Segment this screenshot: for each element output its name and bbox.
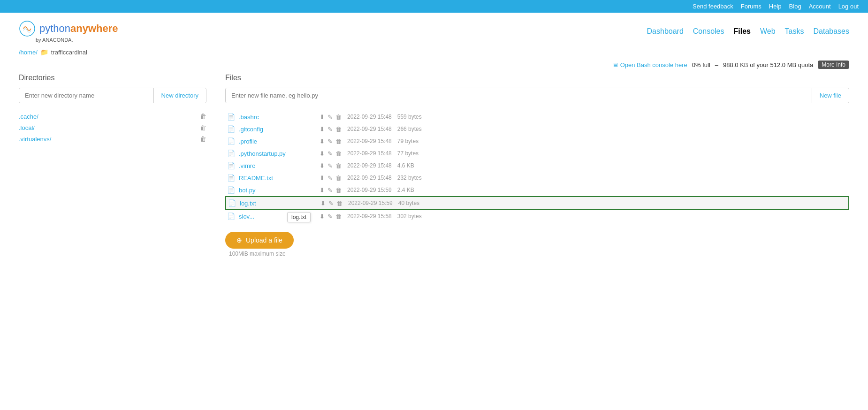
- logo-row: pythonanywhere: [19, 20, 118, 37]
- new-file-form: New file: [225, 88, 849, 103]
- logout-link[interactable]: Log out: [838, 3, 859, 10]
- edit-icon[interactable]: ✎: [327, 126, 333, 133]
- delete-cache-icon[interactable]: 🗑: [200, 113, 206, 120]
- file-actions: ⬇ ✎ 🗑: [320, 175, 342, 182]
- table-row: 📄 slov... ⬇ ✎ 🗑 2022-09-29 15:58 302 byt…: [225, 210, 849, 222]
- edit-icon[interactable]: ✎: [328, 200, 334, 207]
- delete-virtualenvs-icon[interactable]: 🗑: [200, 135, 206, 143]
- download-icon[interactable]: ⬇: [320, 138, 325, 145]
- file-date: 2022-09-29 15:48: [347, 175, 392, 181]
- upload-file-button[interactable]: ⊕ Upload a file: [225, 232, 294, 249]
- file-actions: ⬇ ✎ 🗑: [320, 150, 342, 157]
- delete-icon[interactable]: 🗑: [335, 187, 342, 194]
- directory-virtualenvs-link[interactable]: .virtualenvs/: [19, 136, 51, 143]
- upload-icon: ⊕: [236, 236, 242, 244]
- quota-usage: 0% full: [692, 61, 710, 68]
- help-link[interactable]: Help: [769, 3, 782, 10]
- quota-detail: 988.0 KB of your 512.0 MB quota: [723, 61, 813, 68]
- file-logtxt-link[interactable]: log.txt: [240, 200, 315, 207]
- file-date: 2022-09-29 15:59: [348, 200, 393, 206]
- file-actions: ⬇ ✎ 🗑: [320, 200, 343, 207]
- open-bash-console-link[interactable]: 🖥 Open Bash console here: [612, 61, 687, 68]
- table-row: 📄 .vimrc ⬇ ✎ 🗑 2022-09-29 15:48 4.6 KB: [225, 159, 849, 172]
- directory-list: .cache/ 🗑 .local/ 🗑 .virtualenvs/ 🗑: [19, 111, 206, 144]
- new-file-button[interactable]: New file: [812, 88, 849, 103]
- download-icon[interactable]: ⬇: [320, 187, 325, 194]
- table-row: 📄 log.txt ⬇ ✎ 🗑 2022-09-29 15:59 40 byte…: [225, 196, 849, 210]
- nav-dashboard[interactable]: Dashboard: [647, 27, 684, 36]
- table-row: 📄 .gitconfig ⬇ ✎ 🗑 2022-09-29 15:48 266 …: [225, 123, 849, 135]
- nav-web[interactable]: Web: [760, 27, 776, 36]
- edit-icon[interactable]: ✎: [327, 187, 333, 194]
- nav-databases[interactable]: Databases: [814, 27, 850, 36]
- files-title: Files: [225, 74, 849, 82]
- delete-icon[interactable]: 🗑: [335, 213, 342, 220]
- file-icon: 📄: [227, 186, 235, 194]
- delete-icon[interactable]: 🗑: [335, 126, 342, 133]
- quota-bar: 🖥 Open Bash console here 0% full – 988.0…: [0, 60, 868, 74]
- file-readme-link[interactable]: README.txt: [239, 175, 314, 182]
- breadcrumb-home-link[interactable]: /home/: [19, 49, 38, 56]
- download-icon[interactable]: ⬇: [320, 114, 325, 121]
- upload-label: Upload a file: [246, 236, 282, 244]
- delete-icon[interactable]: 🗑: [335, 150, 342, 157]
- edit-icon[interactable]: ✎: [327, 114, 333, 121]
- forums-link[interactable]: Forums: [741, 3, 761, 10]
- folder-icon: 📁: [40, 48, 48, 56]
- download-icon[interactable]: ⬇: [320, 162, 325, 169]
- new-file-input[interactable]: [226, 88, 812, 103]
- delete-icon[interactable]: 🗑: [335, 175, 342, 182]
- delete-icon[interactable]: 🗑: [335, 138, 342, 145]
- file-icon: 📄: [227, 213, 235, 220]
- file-pythonstartup-link[interactable]: .pythonstartup.py: [239, 150, 314, 157]
- nav-tasks[interactable]: Tasks: [785, 27, 804, 36]
- file-bashrc-link[interactable]: .bashrc: [239, 114, 314, 121]
- directory-local-link[interactable]: .local/: [19, 124, 35, 131]
- download-icon[interactable]: ⬇: [320, 175, 325, 182]
- new-directory-input[interactable]: [19, 88, 153, 103]
- delete-icon[interactable]: 🗑: [336, 200, 343, 207]
- file-icon: 📄: [227, 125, 235, 133]
- file-profile-link[interactable]: .profile: [239, 138, 314, 145]
- files-panel: Files New file 📄 .bashrc ⬇ ✎ 🗑 2022-09-2…: [225, 74, 849, 257]
- edit-icon[interactable]: ✎: [327, 213, 333, 220]
- new-directory-form: New directory: [19, 88, 206, 103]
- directory-cache-link[interactable]: .cache/: [19, 113, 38, 120]
- download-icon[interactable]: ⬇: [320, 200, 326, 207]
- logo-text: pythonanywhere: [39, 23, 118, 35]
- new-directory-button[interactable]: New directory: [153, 88, 206, 103]
- file-gitconfig-link[interactable]: .gitconfig: [239, 126, 314, 133]
- file-size: 559 bytes: [397, 114, 422, 120]
- account-link[interactable]: Account: [809, 3, 831, 10]
- nav-consoles[interactable]: Consoles: [693, 27, 724, 36]
- file-date: 2022-09-29 15:48: [347, 150, 392, 157]
- logo-anywhere: anywhere: [70, 23, 118, 34]
- file-botpy-link[interactable]: bot.py: [239, 187, 314, 194]
- delete-icon[interactable]: 🗑: [335, 114, 342, 121]
- blog-link[interactable]: Blog: [789, 3, 801, 10]
- directories-title: Directories: [19, 74, 206, 82]
- file-icon: 📄: [227, 137, 235, 145]
- download-icon[interactable]: ⬇: [320, 150, 325, 157]
- edit-icon[interactable]: ✎: [327, 150, 333, 157]
- main-content: Directories New directory .cache/ 🗑 .loc…: [0, 74, 868, 257]
- download-icon[interactable]: ⬇: [320, 213, 325, 220]
- edit-icon[interactable]: ✎: [327, 175, 333, 182]
- bash-console-label: Open Bash console here: [620, 61, 687, 68]
- file-icon: 📄: [227, 150, 235, 157]
- edit-icon[interactable]: ✎: [327, 162, 333, 169]
- file-size: 79 bytes: [397, 138, 419, 144]
- quota-separator: –: [715, 61, 718, 68]
- send-feedback-link[interactable]: Send feedback: [693, 3, 733, 10]
- nav-files[interactable]: Files: [734, 27, 751, 36]
- edit-icon[interactable]: ✎: [327, 138, 333, 145]
- table-row: 📄 README.txt ⬇ ✎ 🗑 2022-09-29 15:48 232 …: [225, 172, 849, 184]
- delete-local-icon[interactable]: 🗑: [200, 124, 206, 131]
- logo-anaconda: by ANACONDA.: [36, 37, 118, 43]
- file-actions: ⬇ ✎ 🗑: [320, 138, 342, 145]
- download-icon[interactable]: ⬇: [320, 126, 325, 133]
- delete-icon[interactable]: 🗑: [335, 162, 342, 169]
- file-list: 📄 .bashrc ⬇ ✎ 🗑 2022-09-29 15:48 559 byt…: [225, 111, 849, 222]
- more-info-button[interactable]: More Info: [818, 61, 849, 69]
- file-vimrc-link[interactable]: .vimrc: [239, 162, 314, 169]
